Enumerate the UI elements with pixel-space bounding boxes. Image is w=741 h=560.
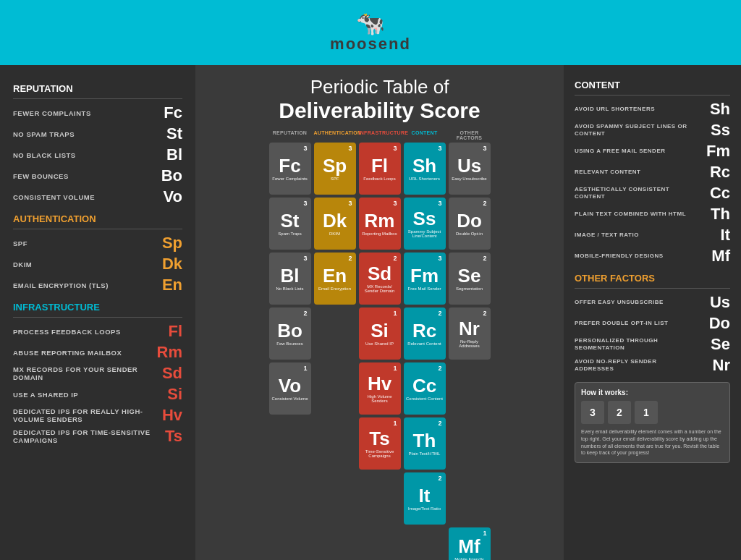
- cell-empty6: [449, 417, 491, 470]
- page-title-line2: Deliverability Score: [279, 98, 480, 123]
- col-header-other: OTHER FACTORS: [449, 130, 491, 140]
- list-item: NO BLACK LISTS Bl: [13, 145, 182, 164]
- cell-empty5: [314, 417, 356, 470]
- section-other-title: OTHER FACTORS: [575, 273, 730, 284]
- cell-empty2: [314, 362, 356, 415]
- divider-infra: [13, 317, 182, 318]
- page-title-line1: Periodic Table of: [310, 76, 449, 98]
- how-cell-2: 2: [608, 401, 631, 424]
- list-item: AESTHETICALLY CONSISTENT CONTENT Cc: [575, 184, 730, 203]
- col-header-rep: REPUTATION: [269, 130, 311, 140]
- list-item: MX RECORDS FOR YOUR SENDER DOMAIN Sd: [13, 364, 182, 383]
- cell-ss: 3SsSpammy Subject Line/Content: [404, 198, 446, 250]
- divider-rep: [13, 98, 182, 99]
- pt-grid: 3FcFewer Complaints 3SpSPF 3FlFeedback L…: [203, 143, 556, 525]
- list-item: CONSISTENT VOLUME Vo: [13, 187, 182, 206]
- section-infrastructure: INFRASTRUCTURE: [13, 302, 182, 313]
- section-reputation: REPUTATION: [13, 83, 182, 94]
- list-item: RELEVANT CONTENT Rc: [575, 163, 730, 182]
- cell-mf: 1MfMobile Friendly: [449, 527, 491, 560]
- list-item: MOBILE-FRIENDLY DESIGNS Mf: [575, 247, 730, 266]
- divider-other: [575, 288, 730, 289]
- list-item: SPF Sp: [13, 234, 182, 253]
- list-item: OFFER EASY UNSUBSCRIBE Us: [575, 293, 730, 312]
- divider-content: [575, 95, 730, 96]
- main-content: REPUTATION FEWER COMPLAINTS Fc NO SPAM T…: [0, 65, 741, 560]
- cell-mf-spacer: [404, 527, 446, 560]
- cell-empty9: [359, 472, 401, 525]
- list-item: ABUSE REPORTING MAILBOX Rm: [13, 343, 182, 362]
- cell-sp: 3SpSPF: [314, 143, 356, 195]
- cell-empty8: [314, 472, 356, 525]
- cell-ts: 1TsTime-Sensitive Campaigns: [359, 417, 401, 470]
- cell-hv: 1HvHigh Volume Senders: [359, 362, 401, 415]
- logo-text: moosend: [330, 35, 411, 54]
- cell-empty3: [449, 362, 491, 415]
- cell-fc: 3FcFewer Complaints: [269, 143, 311, 195]
- list-item: USING A FREE MAIL SENDER Fm: [575, 142, 730, 161]
- cell-fl: 3FlFeedback Loops: [359, 143, 401, 195]
- cell-dk: 3DkDKIM: [314, 198, 356, 250]
- list-item: FEW BOUNCES Bo: [13, 166, 182, 185]
- list-item: NO SPAM TRAPS St: [13, 124, 182, 143]
- list-item: FEWER COMPLAINTS Fc: [13, 103, 182, 122]
- how-description: Every email deliverability element comes…: [581, 428, 724, 457]
- list-item: DEDICATED IPS FOR REALLY HIGH-VOLUME SEN…: [13, 406, 182, 425]
- cell-se: 2SeSegmentation: [449, 253, 491, 305]
- cell-empty4: [269, 417, 311, 470]
- list-item: AVOID URL SHORTENERS Sh: [575, 100, 730, 119]
- col-headers: REPUTATION AUTHENTICATION INFRASTRUCTURE…: [203, 130, 556, 140]
- cell-cc: 2CcConsistent Content: [404, 362, 446, 415]
- col-header-cont: CONTENT: [404, 130, 446, 140]
- cell-empty7: [269, 472, 311, 525]
- list-item: DEDICATED IPS FOR TIME-SENSITIVE CAMPAIG…: [13, 427, 182, 446]
- list-item: PREFER DOUBLE OPT-IN LIST Do: [575, 314, 730, 333]
- col-header-auth: AUTHENTICATION: [314, 130, 356, 140]
- how-title: How it works:: [581, 389, 724, 396]
- how-cell-3: 3: [581, 401, 604, 424]
- list-item: PLAIN TEXT COMBINED WITH HTML Th: [575, 205, 730, 224]
- list-item: EMAIL ENCRYPTION (TLS) En: [13, 276, 182, 294]
- cell-nr: 2NrNo-Reply Addresses: [449, 307, 491, 360]
- cell-do: 2DoDouble Opt-in: [449, 198, 491, 250]
- cell-st: 3StSpam Traps: [269, 198, 311, 250]
- cell-si: 1SiUse Shared IP: [359, 307, 401, 360]
- cell-empty10: [449, 472, 491, 525]
- list-item: DKIM Dk: [13, 255, 182, 273]
- cell-sh: 3ShURL Shorteners: [404, 143, 446, 195]
- how-cells: 3 2 1: [581, 401, 724, 424]
- list-item: PERSONALIZED THROUGH SEGMENTATION Se: [575, 335, 730, 354]
- logo-icon: 🐄: [356, 12, 385, 35]
- how-cell-1: 1: [635, 401, 658, 424]
- cell-empty1: [314, 307, 356, 360]
- section-content-title: CONTENT: [575, 80, 730, 90]
- how-it-works-box: How it works: 3 2 1 Every email delivera…: [575, 382, 730, 463]
- cell-fm: 3FmFree Mail Sender: [404, 253, 446, 305]
- list-item: USE A SHARED IP Si: [13, 385, 182, 404]
- left-sidebar: REPUTATION FEWER COMPLAINTS Fc NO SPAM T…: [0, 65, 195, 560]
- cell-sd: 2SdMX Records/ Sender Domain: [359, 253, 401, 305]
- list-item: PROCESS FEEDBACK LOOPS Fl: [13, 322, 182, 341]
- list-item: AVOID SPAMMY SUBJECT LINES OR CONTENT Ss: [575, 121, 730, 140]
- list-item: AVOID NO-REPLY SENDER ADDRESSES Nr: [575, 356, 730, 375]
- cell-bl: 3BlNo Black Lists: [269, 253, 311, 305]
- cell-rc: 2RcRelevant Content: [404, 307, 446, 360]
- cell-us: 3UsEasy Unsubscribe: [449, 143, 491, 195]
- cell-rm: 3RmReporting Mailbox: [359, 198, 401, 250]
- right-sidebar: CONTENT AVOID URL SHORTENERS Sh AVOID SP…: [564, 65, 741, 560]
- header: 🐄 moosend: [0, 0, 741, 65]
- center-panel: Periodic Table of Deliverability Score R…: [195, 65, 564, 560]
- divider-auth: [13, 229, 182, 229]
- col-header-infra: INFRASTRUCTURE: [359, 130, 401, 140]
- cell-bo: 2BoFew Bounces: [269, 307, 311, 360]
- section-authentication: AUTHENTICATION: [13, 213, 182, 224]
- periodic-table: REPUTATION AUTHENTICATION INFRASTRUCTURE…: [203, 130, 556, 560]
- cell-vo: 1VoConsistent Volume: [269, 362, 311, 415]
- cell-en: 2EnEmail Encryption: [314, 253, 356, 305]
- cell-th: 2ThPlain Text/HTML: [404, 417, 446, 470]
- cell-it: 2ItImage/Text Ratio: [404, 472, 446, 525]
- list-item: IMAGE / TEXT RATIO It: [575, 226, 730, 245]
